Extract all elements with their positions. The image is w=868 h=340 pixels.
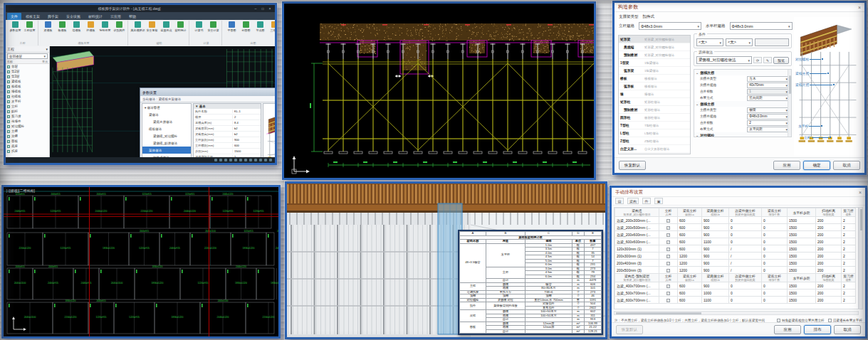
ribbon-tab[interactable]: 安全设施 — [63, 13, 84, 20]
element-list-item[interactable]: 1型梁1型梁做法 — [619, 59, 690, 67]
dialog-tree-item[interactable]: 梁底支撑做法 — [142, 118, 191, 125]
ribbon-tab[interactable]: 帮助 — [125, 13, 140, 20]
status-icon[interactable] — [239, 159, 242, 161]
layer-tree-item[interactable]: 第3层 — [6, 74, 49, 79]
column-header[interactable]: 梁底立杆纵距La — [678, 208, 702, 217]
dialog-tree-item[interactable]: 梁做法 — [142, 111, 191, 118]
layer-tree-item[interactable]: 托座 — [6, 149, 49, 154]
visibility-checkbox[interactable] — [7, 100, 10, 103]
status-icon[interactable] — [254, 159, 257, 161]
column-header[interactable]: 水平杆步距 — [788, 274, 816, 282]
visibility-checkbox[interactable] — [7, 65, 10, 68]
horizontal-scrollbar[interactable] — [614, 311, 859, 315]
shared-pole-checkbox[interactable]: ✓ — [666, 219, 670, 223]
property-select[interactable]: 钢管▾ — [747, 107, 790, 113]
beam-row[interactable]: 120x300mm (1)✓600900/015002002 — [615, 245, 856, 253]
ribbon-button[interactable]: 识别构件 — [113, 21, 126, 41]
shared-pole-checkbox[interactable]: ✓ — [666, 248, 670, 251]
layer-tree-item[interactable]: 次楞 — [6, 134, 49, 139]
property-select[interactable]: 水平间距▾ — [747, 127, 790, 132]
element-list-item[interactable]: 楼板楼板做法 — [619, 75, 690, 83]
column-header[interactable]: 梁底立杆增加个数 — [762, 208, 788, 217]
layer-tree-item[interactable]: 对拉螺栓 — [6, 124, 49, 129]
layer-tree-item[interactable]: 梁模板 — [6, 79, 49, 84]
shared-pole-checkbox[interactable]: ✓ — [666, 255, 670, 258]
property-select[interactable]: 1▾ — [747, 89, 790, 95]
visibility-checkbox[interactable] — [7, 120, 10, 123]
property-value[interactable]: 600 — [232, 144, 261, 147]
visibility-checkbox[interactable] — [7, 95, 10, 98]
property-select[interactable]: 40x70mm▾ — [747, 83, 790, 88]
vertical-scrollbar[interactable] — [859, 207, 863, 309]
property-value[interactable]: 1500 — [232, 149, 261, 153]
element-list-item[interactable]: 预制楼层矩形柱做法 — [619, 106, 690, 114]
dialog-button[interactable]: 确定 — [803, 161, 830, 170]
property-value[interactable]: 8.4 — [232, 121, 261, 124]
shared-pole-checkbox[interactable]: ✓ — [666, 269, 670, 272]
element-list-item[interactable]: 弧形板楼板做法 — [619, 83, 690, 90]
beam-filter-toolbar-button[interactable]: 梁构 — [627, 198, 639, 204]
ribbon-button[interactable]: 板模板 — [56, 21, 69, 41]
window-button[interactable]: □ — [260, 6, 266, 11]
shared-pole-checkbox[interactable]: ✓ — [666, 262, 670, 265]
pole-spec-select[interactable]: Φ48x3.0mm▾ — [639, 22, 701, 30]
property-section-header[interactable]: ⌄对拉螺栓 — [694, 132, 791, 137]
dialog-button[interactable]: 取消 — [833, 161, 860, 170]
ribbon-button[interactable]: 智能布置 — [98, 21, 112, 41]
visibility-checkbox[interactable] — [7, 135, 10, 138]
layer-tree-item[interactable]: 斜杆 — [6, 109, 49, 114]
ribbon-button[interactable]: 监测布点 — [160, 21, 173, 41]
beam-row[interactable]: 边梁_600x600mm (...✓60011000015002002 — [615, 238, 856, 245]
ribbon-button[interactable]: 计算书 — [192, 21, 206, 41]
dialog-tree-item[interactable]: 梁侧模_斜撑做法 — [142, 139, 191, 147]
preview-button[interactable]: 预览 — [773, 57, 789, 64]
beam-row[interactable]: 边梁_600x700mm (...✓60011000015002002 — [615, 297, 856, 304]
property-select[interactable]: 竖向间距▾ — [747, 95, 790, 101]
edit-icon[interactable]: ✎ — [763, 57, 772, 63]
element-list-item[interactable]: L型柱L型柱做法 — [619, 129, 690, 137]
ribbon-tab[interactable]: 云应用 — [107, 13, 125, 20]
column-header[interactable]: 梁两侧立杆横距Lb — [702, 274, 729, 282]
element-list-item[interactable]: 墙墙做法 — [619, 90, 690, 98]
visibility-checkbox[interactable] — [7, 130, 10, 133]
dialog-tree-item[interactable]: 梁侧模_对拉螺栓 — [142, 132, 191, 139]
column-header[interactable]: 梁底立杆纵距La — [678, 274, 702, 282]
condition-select-2[interactable]: <无>▾ — [726, 38, 753, 46]
column-header[interactable]: 梁两侧立杆横距Lb — [702, 208, 729, 217]
beam-row[interactable]: 边梁_200x600mm (...✓6009000015002002 — [615, 231, 856, 238]
visibility-checkbox[interactable] — [7, 105, 10, 108]
elevation-cad-viewport[interactable] — [284, 4, 594, 178]
ribbon-button[interactable]: 高支模辨识 — [131, 21, 145, 41]
element-list-item[interactable]: Z型柱Z型柱做法 — [619, 137, 690, 145]
status-icon[interactable] — [264, 159, 267, 161]
status-icon[interactable] — [269, 159, 272, 161]
beam-row[interactable]: 200x400mm (3)✓1200900/015002002 — [615, 260, 856, 267]
visibility-checkbox[interactable] — [7, 80, 10, 83]
refresh-icon[interactable]: ⟳ — [753, 57, 762, 63]
beam-row[interactable]: 200x300mm (1)✓1200900/015002002 — [615, 253, 856, 260]
column-header[interactable]: 剪刀撑道数 — [842, 274, 856, 282]
column-header[interactable]: 水平杆步距 — [788, 208, 816, 217]
grid-toolbar-button[interactable]: ▣ — [654, 198, 663, 204]
column-header[interactable]: 立杆共用 — [659, 274, 678, 282]
column-header[interactable]: 剪刀撑道数 — [842, 208, 856, 217]
status-icon[interactable] — [219, 159, 222, 161]
status-icon[interactable] — [229, 159, 232, 161]
column-header[interactable]: 边梁外侧立杆到梁外侧边距离 — [729, 208, 762, 217]
dialog-tree-item[interactable]: 架体做法 — [142, 147, 191, 154]
layer-tree-item[interactable]: 柱模板 — [6, 94, 49, 99]
shared-pole-checkbox[interactable]: ✓ — [666, 240, 670, 244]
ribbon-button[interactable]: 三维图 — [268, 21, 277, 41]
column-header[interactable]: 梁底立杆增加个数 — [762, 274, 788, 282]
layer-tree-item[interactable]: 面板 — [6, 139, 49, 144]
visibility-checkbox[interactable] — [7, 150, 10, 153]
visibility-checkbox[interactable] — [7, 145, 10, 148]
beam-row[interactable]: 边梁_400x700mm (...✓6009000015002002 — [615, 282, 856, 289]
beam-row[interactable]: 边梁_200x300mm (...✓6009000015002002 — [615, 217, 856, 224]
ribbon-tab[interactable]: 文件 — [7, 13, 21, 20]
beam-row[interactable]: 边梁_200x500mm (...✓6009000015002002 — [615, 224, 856, 231]
layer-tree-item[interactable]: 底座 — [6, 144, 49, 149]
column-header[interactable]: 扫地杆离地面距离 — [816, 274, 842, 282]
close-icon[interactable]: × — [859, 190, 862, 195]
layer-tree-item[interactable]: 立杆 — [6, 104, 49, 109]
